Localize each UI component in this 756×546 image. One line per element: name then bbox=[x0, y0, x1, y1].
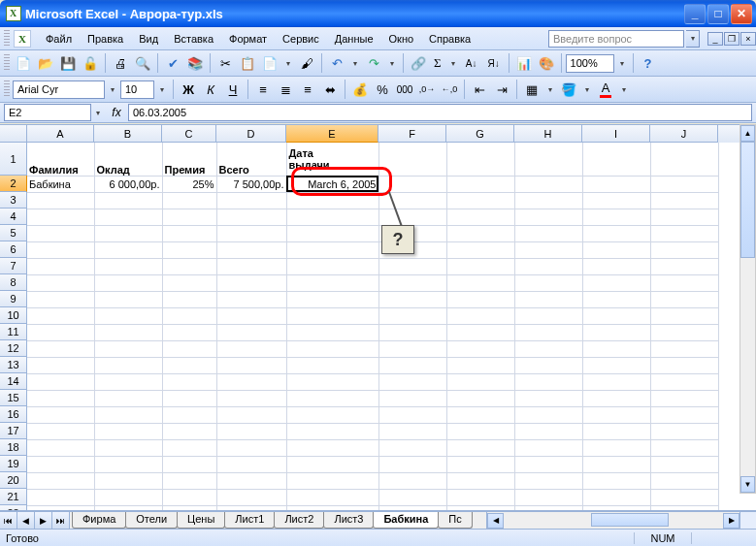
cell-B14[interactable] bbox=[94, 373, 162, 390]
cell-J19[interactable] bbox=[650, 456, 718, 472]
cell-H3[interactable] bbox=[514, 192, 582, 209]
cell-H10[interactable] bbox=[514, 307, 582, 324]
research-button[interactable]: 📚 bbox=[184, 52, 206, 74]
cell-B8[interactable] bbox=[94, 274, 162, 291]
menu-window[interactable]: Окно bbox=[382, 30, 421, 48]
cell-C12[interactable] bbox=[162, 340, 216, 357]
row-header-16[interactable]: 16 bbox=[0, 406, 27, 423]
cell-G2[interactable] bbox=[446, 176, 514, 192]
font-name-input[interactable]: Arial Cyr bbox=[13, 80, 105, 99]
cell-I6[interactable] bbox=[582, 241, 650, 258]
cell-A8[interactable] bbox=[27, 274, 94, 291]
cell-J6[interactable] bbox=[650, 241, 718, 258]
cell-C7[interactable] bbox=[162, 258, 216, 274]
cell-C1[interactable]: Премия bbox=[162, 143, 216, 176]
cell-E6[interactable] bbox=[286, 241, 378, 258]
cell-B6[interactable] bbox=[94, 241, 162, 258]
undo-button[interactable]: ↶ bbox=[326, 52, 347, 74]
cell-I3[interactable] bbox=[582, 192, 650, 209]
cell-J7[interactable] bbox=[650, 258, 718, 274]
cell-D4[interactable] bbox=[216, 209, 286, 225]
cell-G19[interactable] bbox=[446, 456, 514, 472]
cell-B9[interactable] bbox=[94, 291, 162, 307]
cell-I12[interactable] bbox=[582, 340, 650, 357]
cell-F7[interactable] bbox=[378, 258, 446, 274]
cell-I20[interactable] bbox=[582, 472, 650, 489]
cell-A9[interactable] bbox=[27, 291, 94, 307]
cut-button[interactable]: ✂ bbox=[214, 52, 236, 74]
formula-bar[interactable]: 06.03.2005 bbox=[128, 104, 752, 121]
cell-G20[interactable] bbox=[446, 472, 514, 489]
sheet-tab-Отели[interactable]: Отели bbox=[125, 512, 178, 529]
cell-E8[interactable] bbox=[286, 274, 378, 291]
cell-G5[interactable] bbox=[446, 225, 514, 241]
vertical-scroll-thumb[interactable] bbox=[740, 142, 755, 258]
excel-doc-icon[interactable]: X bbox=[14, 30, 31, 48]
cell-E12[interactable] bbox=[286, 340, 378, 357]
cell-B12[interactable] bbox=[94, 340, 162, 357]
paste-button[interactable]: 📄 bbox=[259, 52, 280, 74]
borders-dropdown[interactable] bbox=[543, 79, 557, 100]
row-header-9[interactable]: 9 bbox=[0, 291, 27, 307]
cell-H16[interactable] bbox=[514, 406, 582, 423]
horizontal-scrollbar[interactable]: ◀ ▶ bbox=[487, 512, 740, 529]
cell-I10[interactable] bbox=[582, 307, 650, 324]
menu-tools[interactable]: Сервис bbox=[276, 30, 326, 48]
cell-F20[interactable] bbox=[378, 472, 446, 489]
spellcheck-button[interactable]: ✔ bbox=[162, 52, 183, 74]
cell-E10[interactable] bbox=[286, 307, 378, 324]
cell-B3[interactable] bbox=[94, 192, 162, 209]
cell-D20[interactable] bbox=[216, 472, 286, 489]
cell-D19[interactable] bbox=[216, 456, 286, 472]
cell-E16[interactable] bbox=[286, 406, 378, 423]
cell-D18[interactable] bbox=[216, 439, 286, 456]
cell-D2[interactable]: 7 500,00р. bbox=[216, 176, 286, 192]
cell-G6[interactable] bbox=[446, 241, 514, 258]
cell-B2[interactable]: 6 000,00р. bbox=[94, 176, 162, 192]
name-box-dropdown[interactable] bbox=[91, 102, 105, 123]
borders-button[interactable]: ▦ bbox=[521, 79, 542, 100]
cell-E5[interactable] bbox=[286, 225, 378, 241]
select-all-button[interactable] bbox=[0, 125, 27, 143]
cell-H6[interactable] bbox=[514, 241, 582, 258]
cell-G12[interactable] bbox=[446, 340, 514, 357]
cell-I13[interactable] bbox=[582, 357, 650, 373]
menu-format[interactable]: Формат bbox=[222, 30, 274, 48]
fill-color-button[interactable]: 🪣 bbox=[558, 79, 579, 100]
cell-B11[interactable] bbox=[94, 324, 162, 340]
zoom-dropdown[interactable] bbox=[615, 52, 629, 74]
comma-button[interactable]: 000 bbox=[394, 79, 415, 100]
cell-D14[interactable] bbox=[216, 373, 286, 390]
menu-help[interactable]: Справка bbox=[422, 30, 477, 48]
row-header-2[interactable]: 2 bbox=[0, 176, 27, 192]
row-header-12[interactable]: 12 bbox=[0, 340, 27, 357]
menu-data[interactable]: Данные bbox=[328, 30, 380, 48]
cell-A21[interactable] bbox=[27, 489, 94, 505]
row-header-3[interactable]: 3 bbox=[0, 192, 27, 209]
cell-H9[interactable] bbox=[514, 291, 582, 307]
cell-E3[interactable] bbox=[286, 192, 378, 209]
cell-I14[interactable] bbox=[582, 373, 650, 390]
cell-A7[interactable] bbox=[27, 258, 94, 274]
cell-C8[interactable] bbox=[162, 274, 216, 291]
cell-A14[interactable] bbox=[27, 373, 94, 390]
cell-G16[interactable] bbox=[446, 406, 514, 423]
cell-E9[interactable] bbox=[286, 291, 378, 307]
row-header-7[interactable]: 7 bbox=[0, 258, 27, 274]
row-header-6[interactable]: 6 bbox=[0, 241, 27, 258]
cell-A19[interactable] bbox=[27, 456, 94, 472]
cell-I5[interactable] bbox=[582, 225, 650, 241]
cell-H4[interactable] bbox=[514, 209, 582, 225]
cell-H17[interactable] bbox=[514, 423, 582, 439]
fx-button[interactable]: fx bbox=[105, 106, 128, 119]
cell-G17[interactable] bbox=[446, 423, 514, 439]
cell-H18[interactable] bbox=[514, 439, 582, 456]
cell-A15[interactable] bbox=[27, 390, 94, 406]
cell-F18[interactable] bbox=[378, 439, 446, 456]
cell-J8[interactable] bbox=[650, 274, 718, 291]
column-header-D[interactable]: D bbox=[216, 125, 286, 143]
cell-G18[interactable] bbox=[446, 439, 514, 456]
cell-I16[interactable] bbox=[582, 406, 650, 423]
cell-H14[interactable] bbox=[514, 373, 582, 390]
cell-C21[interactable] bbox=[162, 489, 216, 505]
